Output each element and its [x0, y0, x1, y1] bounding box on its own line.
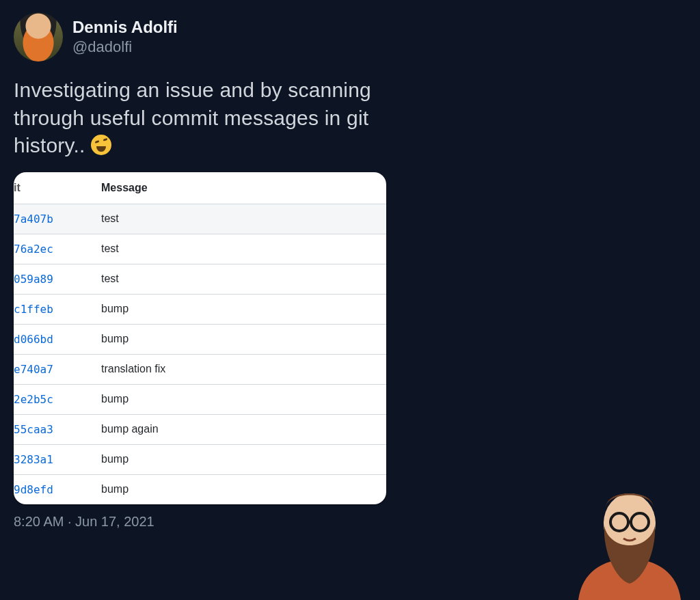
table-row[interactable]: 059a89test: [14, 264, 386, 294]
table-row[interactable]: 76a2ectest: [14, 234, 386, 264]
commit-message: translation fix: [96, 354, 386, 384]
table-row[interactable]: 55caa3bump again: [14, 414, 386, 444]
commit-message: bump: [96, 324, 386, 354]
commit-message: test: [96, 234, 386, 264]
commit-hash[interactable]: e740a7: [14, 354, 96, 384]
commit-message: bump: [96, 444, 386, 474]
table-row[interactable]: 7a407btest: [14, 204, 386, 234]
tired-face-icon: [91, 135, 111, 155]
author-name-block[interactable]: Dennis Adolfi @dadolfi: [72, 17, 178, 57]
commit-message: test: [96, 204, 386, 234]
commit-message: bump: [96, 294, 386, 324]
column-header-hash: it: [14, 172, 96, 204]
commit-message: bump again: [96, 414, 386, 444]
commit-hash[interactable]: 55caa3: [14, 414, 96, 444]
commit-history-card: it Message 7a407btest76a2ectest059a89tes…: [14, 172, 386, 504]
author-handle: @dadolfi: [72, 38, 178, 57]
commit-message: bump: [96, 384, 386, 414]
table-row[interactable]: c1ffebbump: [14, 294, 386, 324]
table-row[interactable]: e740a7translation fix: [14, 354, 386, 384]
commit-hash[interactable]: 9d8efd: [14, 474, 96, 504]
table-row[interactable]: 2e2b5cbump: [14, 384, 386, 414]
commit-hash[interactable]: 76a2ec: [14, 234, 96, 264]
table-row[interactable]: 3283a1bump: [14, 444, 386, 474]
commit-hash[interactable]: 7a407b: [14, 204, 96, 234]
author-avatar[interactable]: [14, 12, 63, 62]
tweet-header: Dennis Adolfi @dadolfi: [14, 12, 396, 62]
commit-hash[interactable]: 059a89: [14, 264, 96, 294]
table-row[interactable]: d066bdbump: [14, 324, 386, 354]
commit-message: bump: [96, 474, 386, 504]
tweet-card: Dennis Adolfi @dadolfi Investigating an …: [0, 0, 410, 530]
tweet-timestamp: 8:20 AM · Jun 17, 2021: [14, 514, 396, 530]
author-display-name: Dennis Adolfi: [72, 17, 178, 38]
column-header-message: Message: [96, 172, 386, 204]
commit-hash[interactable]: 2e2b5c: [14, 384, 96, 414]
commit-hash[interactable]: 3283a1: [14, 444, 96, 474]
commit-hash[interactable]: c1ffeb: [14, 294, 96, 324]
presenter-webcam: [565, 470, 695, 600]
tweet-text: Investigating an issue and by scanning t…: [14, 77, 396, 160]
commit-table: it Message 7a407btest76a2ectest059a89tes…: [14, 172, 386, 504]
table-row[interactable]: 9d8efdbump: [14, 474, 386, 504]
tweet-text-content: Investigating an issue and by scanning t…: [14, 79, 371, 156]
commit-message: test: [96, 264, 386, 294]
commit-hash[interactable]: d066bd: [14, 324, 96, 354]
